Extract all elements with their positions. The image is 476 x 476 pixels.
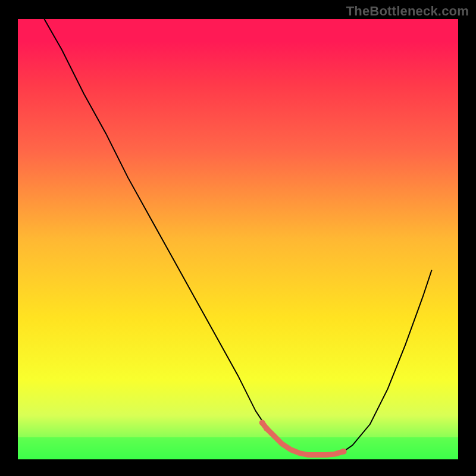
plot-background — [18, 19, 458, 459]
optimal-dot — [264, 425, 270, 431]
watermark-text: TheBottleneck.com — [346, 4, 469, 19]
optimal-dot — [259, 420, 265, 426]
optimal-zone-band — [18, 437, 458, 459]
chart-frame: TheBottleneck.com — [0, 0, 476, 476]
bottleneck-chart — [0, 0, 476, 476]
optimal-dot — [341, 449, 347, 455]
